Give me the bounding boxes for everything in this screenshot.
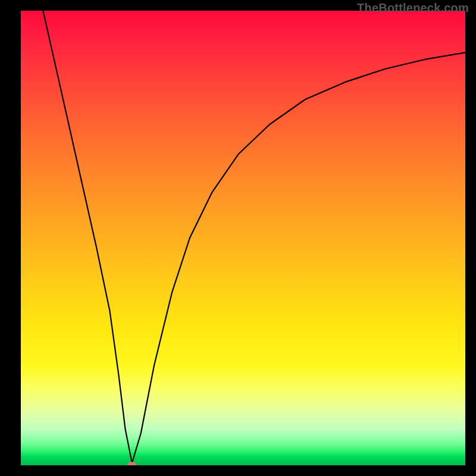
curve-path bbox=[43, 11, 465, 463]
gradient-plot-area bbox=[21, 11, 465, 465]
bottleneck-curve-svg bbox=[21, 11, 465, 465]
marker-dot bbox=[127, 462, 137, 465]
watermark-text: TheBottleneck.com bbox=[357, 1, 469, 15]
chart-frame: TheBottleneck.com bbox=[0, 0, 476, 476]
